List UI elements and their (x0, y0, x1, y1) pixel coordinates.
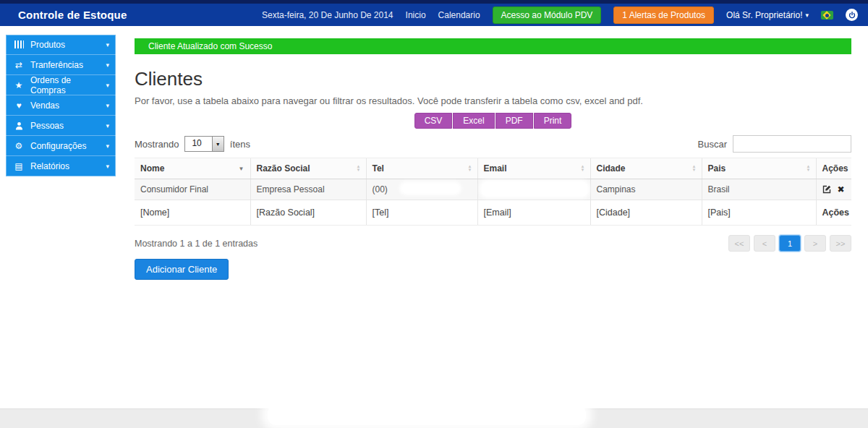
cell-nome: Consumidor Final (135, 179, 250, 200)
footer-email: [Email] (477, 200, 590, 226)
navbar-right: Sexta-feira, 20 De Junho De 2014 Inicio … (262, 7, 858, 24)
success-alert: Cliente Atualizado com Sucesso (135, 38, 851, 54)
sidebar-item-vendas[interactable]: ♥ Vendas ▾ (6, 95, 116, 116)
redacted-email (482, 182, 587, 196)
nav-link-inicio[interactable]: Inicio (406, 10, 426, 20)
footer-strip (0, 408, 868, 428)
export-excel-button[interactable]: Excel (453, 113, 494, 129)
sidebar-item-label: Pessoas (30, 121, 106, 131)
product-alerts-button[interactable]: 1 Alertas de Produtos (613, 7, 714, 24)
sort-icon: ▲▼ (807, 165, 811, 172)
delete-icon[interactable]: ✖ (838, 184, 845, 194)
report-icon: ▤ (13, 162, 25, 171)
sort-icon: ▲▼ (692, 165, 697, 172)
cell-cidade: Campinas (590, 179, 702, 200)
barcode-icon (13, 40, 25, 48)
pagination-last-button[interactable]: >> (830, 235, 851, 252)
page-subtitle: Por favor, use a tabela abaixo para nave… (135, 95, 851, 106)
sort-icon: ▲▼ (581, 165, 585, 172)
person-icon (13, 121, 25, 130)
redacted-phone (401, 184, 459, 193)
chevron-down-icon: ▾ (106, 102, 109, 109)
pagination-next-button[interactable]: > (804, 235, 826, 252)
main-content: Cliente Atualizado com Sucesso Clientes … (135, 35, 851, 280)
search-control: Buscar (698, 135, 851, 153)
page-length-value: 10 (185, 137, 211, 151)
sidebar-item-ordens-de-compras[interactable]: ★ Ordens de Compras ▾ (6, 75, 116, 95)
user-menu-label: Olá Sr. Proprietário! (726, 10, 802, 20)
sidebar-item-label: Ordens de Compras (30, 75, 106, 95)
pagination-page-1-button[interactable]: 1 (779, 235, 801, 252)
sidebar-item-relatorios[interactable]: ▤ Relatórios ▾ (6, 156, 116, 176)
add-client-button[interactable]: Adicionar Cliente (135, 259, 229, 280)
sort-icon: ▲▼ (357, 165, 361, 172)
star-icon: ★ (13, 81, 25, 90)
page-title: Clientes (135, 68, 851, 90)
chevron-down-icon: ▾ (106, 61, 109, 69)
pagination-first-button[interactable]: << (728, 235, 750, 252)
sidebar-item-label: Vendas (30, 100, 106, 111)
footer-razao-social: [Razão Social] (250, 200, 366, 226)
search-input[interactable] (733, 135, 851, 153)
clients-table: Nome▼ Razão Social▲▼ Tel▲▼ Email▲▼ Cidad… (135, 158, 851, 226)
table-row: Consumidor Final Empresa Pessoal (00) Ca… (135, 179, 851, 200)
table-bottom-row: Mostrando 1 a 1 de 1 entradas << < 1 > >… (135, 235, 851, 252)
cell-razao-social: Empresa Pessoal (250, 179, 366, 200)
page-length-select[interactable]: 10 ▼ (184, 136, 224, 152)
chevron-down-icon: ▾ (106, 163, 109, 170)
table-controls: Mostrando 10 ▼ ítens Buscar (135, 135, 851, 153)
sidebar-item-produtos[interactable]: Produtos ▾ (6, 35, 116, 55)
redacted-footer-area (268, 405, 586, 425)
col-header-email[interactable]: Email▲▼ (477, 158, 590, 179)
chevron-down-icon: ▾ (106, 41, 109, 48)
col-header-cidade[interactable]: Cidade▲▼ (590, 158, 702, 179)
footer-tel: [Tel] (366, 200, 477, 226)
export-csv-button[interactable]: CSV (414, 113, 453, 129)
pagination-prev-button[interactable]: < (754, 235, 775, 252)
sidebar-item-label: Relatórios (30, 161, 106, 171)
col-header-pais[interactable]: Pais▲▼ (702, 158, 816, 179)
select-dropdown-button[interactable]: ▼ (212, 137, 224, 151)
cell-email (477, 179, 590, 200)
table-header-row: Nome▼ Razão Social▲▼ Tel▲▼ Email▲▼ Cidad… (135, 158, 851, 179)
sidebar-item-tranferencias[interactable]: ⇄ Tranferências ▾ (6, 55, 116, 75)
heart-icon: ♥ (13, 101, 25, 110)
sidebar-item-pessoas[interactable]: Pessoas ▾ (6, 116, 116, 136)
col-header-acoes: Ações (816, 158, 851, 179)
chevron-down-icon: ▾ (106, 122, 109, 129)
pdv-access-button[interactable]: Acesso ao Módulo PDV (493, 7, 602, 24)
current-date: Sexta-feira, 20 De Junho De 2014 (262, 10, 393, 20)
sidebar-item-label: Produtos (30, 40, 106, 50)
chevron-down-icon: ▾ (106, 142, 109, 150)
nav-link-calendario[interactable]: Calendario (438, 10, 480, 20)
sort-icon: ▲▼ (468, 165, 472, 172)
export-pdf-button[interactable]: PDF (495, 113, 533, 129)
app-title[interactable]: Controle de Estoque (18, 9, 127, 21)
sidebar-item-label: Tranferências (30, 60, 106, 70)
length-label-prefix: Mostrando (135, 139, 179, 150)
pagination: << < 1 > >> (728, 235, 851, 252)
logout-power-icon[interactable] (846, 9, 858, 21)
entries-info: Mostrando 1 a 1 de 1 entradas (135, 239, 258, 249)
cell-pais: Brasil (702, 179, 816, 200)
edit-icon[interactable] (822, 185, 831, 194)
page-length-control: Mostrando 10 ▼ ítens (135, 136, 250, 152)
col-header-nome[interactable]: Nome▼ (135, 158, 250, 179)
footer-acoes: Ações (816, 200, 851, 226)
power-glyph (848, 12, 856, 19)
user-menu[interactable]: Olá Sr. Proprietário!▾ (726, 10, 809, 20)
export-print-button[interactable]: Print (534, 113, 572, 129)
sidebar: Produtos ▾ ⇄ Tranferências ▾ ★ Ordens de… (6, 35, 116, 176)
sidebar-item-label: Configurações (30, 141, 106, 151)
search-label: Buscar (698, 139, 727, 150)
navbar: Controle de Estoque Sexta-feira, 20 De J… (0, 4, 868, 26)
brazil-flag-icon[interactable] (821, 11, 833, 20)
shuffle-icon: ⇄ (13, 61, 25, 69)
footer-cidade: [Cidade] (590, 200, 702, 226)
chevron-down-icon: ▾ (805, 12, 809, 19)
footer-pais: [Pais] (702, 200, 816, 226)
col-header-tel[interactable]: Tel▲▼ (366, 158, 477, 179)
col-header-razao-social[interactable]: Razão Social▲▼ (250, 158, 366, 179)
cell-acoes: ✖ (816, 179, 851, 200)
sidebar-item-configuracoes[interactable]: ⚙ Configurações ▾ (6, 136, 116, 156)
